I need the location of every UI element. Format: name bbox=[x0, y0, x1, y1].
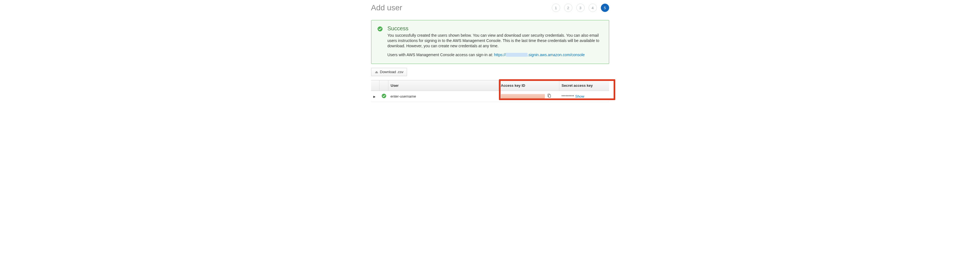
credentials-table: User Access key ID Secret access key ▶ e… bbox=[371, 80, 609, 102]
download-icon bbox=[375, 70, 379, 74]
row-success-icon bbox=[382, 95, 386, 99]
expand-toggle-icon[interactable]: ▶ bbox=[373, 95, 375, 98]
step-4[interactable]: 4 bbox=[589, 4, 597, 12]
success-check-icon bbox=[377, 27, 383, 57]
signin-account-redacted bbox=[506, 53, 528, 57]
signin-prefix: Users with AWS Management Console access… bbox=[388, 52, 494, 57]
page-title: Add user bbox=[371, 3, 402, 12]
access-key-id-redacted bbox=[501, 94, 545, 98]
col-access-key-id: Access key ID bbox=[499, 80, 559, 91]
step-3[interactable]: 3 bbox=[576, 4, 585, 12]
col-secret-access-key: Secret access key bbox=[559, 80, 609, 91]
col-status bbox=[379, 80, 388, 91]
download-csv-button[interactable]: Download .csv bbox=[371, 68, 407, 76]
col-expand bbox=[371, 80, 379, 91]
signin-line: Users with AWS Management Console access… bbox=[388, 52, 603, 57]
download-csv-label: Download .csv bbox=[380, 70, 404, 74]
success-body: You successfully created the users shown… bbox=[388, 33, 603, 49]
svg-rect-3 bbox=[549, 95, 551, 97]
signin-url-suffix: .signin.aws.amazon.com/console bbox=[528, 52, 585, 57]
row-username: enter-username bbox=[388, 91, 499, 102]
success-alert: Success You successfully created the use… bbox=[371, 20, 609, 64]
copy-access-key-id-icon[interactable] bbox=[547, 94, 551, 99]
show-secret-link[interactable]: Show bbox=[575, 94, 584, 98]
table-row: ▶ enter-username bbox=[371, 91, 609, 102]
step-1[interactable]: 1 bbox=[552, 4, 560, 12]
success-title: Success bbox=[388, 25, 603, 32]
col-user: User bbox=[388, 80, 499, 91]
secret-masked: ********* bbox=[562, 94, 574, 98]
wizard-steps: 1 2 3 4 5 bbox=[552, 4, 609, 12]
signin-url-scheme: https:// bbox=[494, 52, 506, 57]
step-5[interactable]: 5 bbox=[601, 4, 609, 12]
step-2[interactable]: 2 bbox=[564, 4, 573, 12]
signin-url-link[interactable]: https://.signin.aws.amazon.com/console bbox=[494, 52, 585, 57]
